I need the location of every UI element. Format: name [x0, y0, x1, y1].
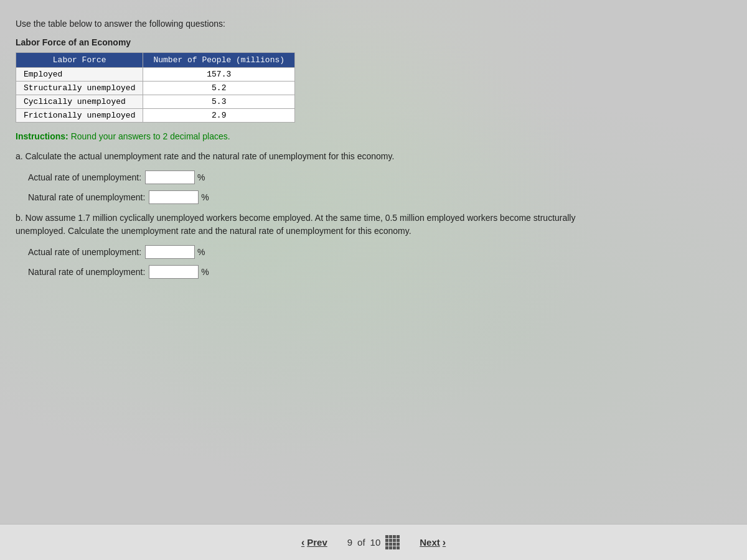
part-a-natural-input[interactable]	[149, 190, 199, 204]
of-text: of	[357, 537, 365, 548]
part-b-natural-label: Natural rate of unemployment:	[28, 267, 145, 277]
table-row: Cyclically unemployed5.3	[16, 95, 295, 109]
table-cell-label: Frictionally unemployed	[16, 109, 143, 123]
table-cell-label: Cyclically unemployed	[16, 95, 143, 109]
table-row: Employed157.3	[16, 68, 295, 82]
part-a-actual-row: Actual rate of unemployment: %	[28, 170, 601, 184]
next-button[interactable]: Next ›	[412, 533, 453, 552]
part-b-actual-label: Actual rate of unemployment:	[28, 247, 141, 257]
intro-text: Use the table below to answer the follow…	[16, 19, 601, 29]
part-b-natural-percent: %	[201, 267, 209, 277]
table-cell-label: Employed	[16, 68, 143, 82]
part-a-question: a. Calculate the actual unemployment rat…	[16, 150, 601, 163]
total-pages: 10	[370, 537, 381, 548]
grid-icon	[385, 535, 400, 549]
instructions-text: Instructions: Round your answers to 2 de…	[16, 131, 601, 141]
part-a-actual-label: Actual rate of unemployment:	[28, 172, 141, 182]
instructions-bold: Instructions:	[16, 131, 68, 141]
part-b-natural-row: Natural rate of unemployment: %	[28, 265, 601, 279]
part-a-actual-percent: %	[197, 172, 205, 182]
part-a-natural-row: Natural rate of unemployment: %	[28, 190, 601, 204]
table-cell-value: 5.2	[143, 82, 295, 95]
table-row: Structurally unemployed5.2	[16, 82, 295, 95]
prev-label: Prev	[307, 537, 327, 548]
instructions-body: Round your answers to 2 decimal places.	[68, 131, 230, 141]
table-cell-value: 157.3	[143, 68, 295, 82]
bottom-navigation: ‹ Prev 9 of 10 Next ›	[0, 524, 747, 560]
table-cell-value: 5.3	[143, 95, 295, 109]
part-b-actual-row: Actual rate of unemployment: %	[28, 245, 601, 259]
part-a-natural-percent: %	[201, 192, 209, 202]
page-indicator: 9 of 10	[347, 535, 400, 549]
part-b-actual-percent: %	[197, 247, 205, 257]
prev-button[interactable]: ‹ Prev	[294, 533, 335, 552]
next-label: Next	[420, 537, 440, 548]
part-b-question: b. Now assume 1.7 million cyclically une…	[16, 212, 601, 238]
col-header-labor-force: Labor Force	[16, 53, 143, 68]
table-title: Labor Force of an Economy	[16, 37, 601, 47]
prev-chevron-icon: ‹	[301, 537, 304, 548]
part-a-natural-label: Natural rate of unemployment:	[28, 192, 145, 202]
col-header-number: Number of People (millions)	[143, 53, 295, 68]
content-area: Use the table below to answer the follow…	[12, 12, 604, 291]
table-cell-label: Structurally unemployed	[16, 82, 143, 95]
part-a-actual-input[interactable]	[145, 170, 195, 184]
table-row: Frictionally unemployed2.9	[16, 109, 295, 123]
next-chevron-icon: ›	[443, 537, 446, 548]
current-page: 9	[347, 537, 352, 548]
part-b-actual-input[interactable]	[145, 245, 195, 259]
part-b-natural-input[interactable]	[149, 265, 199, 279]
table-cell-value: 2.9	[143, 109, 295, 123]
table-section: Labor Force of an Economy Labor Force Nu…	[16, 37, 601, 123]
labor-force-table: Labor Force Number of People (millions) …	[16, 52, 295, 123]
